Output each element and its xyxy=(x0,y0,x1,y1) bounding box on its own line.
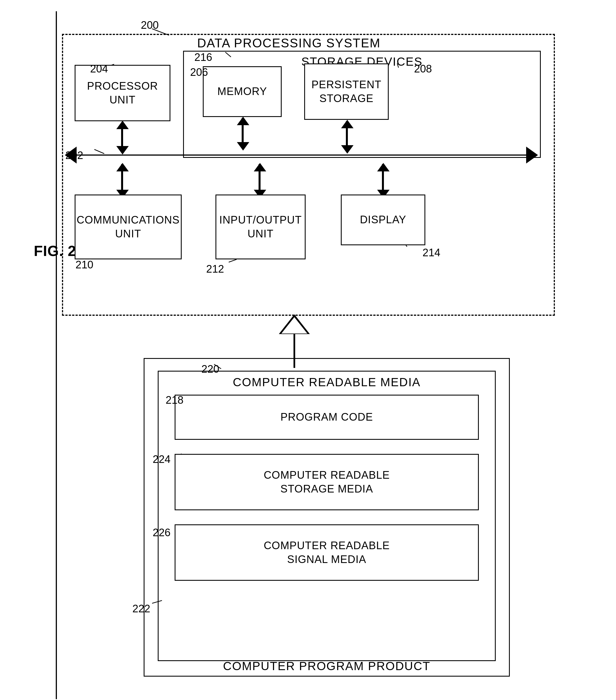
ref-208: 208 xyxy=(414,63,432,75)
arrow-down-memory xyxy=(237,142,249,151)
cr-signal-media-box: COMPUTER READABLE SIGNAL MEDIA xyxy=(175,524,479,581)
cpp-title: COMPUTER PROGRAM PRODUCT xyxy=(144,659,509,676)
va-display xyxy=(376,163,390,198)
ref-202: 202 xyxy=(65,149,83,162)
va-comm xyxy=(115,163,130,198)
ref-222: 222 xyxy=(132,603,150,615)
line-processor xyxy=(122,129,123,146)
persistent-storage-label: PERSISTENT STORAGE xyxy=(311,78,382,106)
io-unit-box: INPUT/OUTPUT UNIT xyxy=(216,195,306,259)
va-persistent xyxy=(340,120,354,154)
processor-unit-label: PROCESSOR UNIT xyxy=(87,79,158,107)
bus-arrow xyxy=(65,147,538,163)
ref-226: 226 xyxy=(153,527,170,539)
arrow-up-io xyxy=(254,163,266,172)
ref-206: 206 xyxy=(190,66,208,78)
display-box: DISPLAY xyxy=(341,195,425,245)
arrow-up-persistent xyxy=(341,120,354,128)
arrow-up-display xyxy=(377,163,389,172)
fig-label: FIG. 2 xyxy=(34,242,76,259)
line-persistent xyxy=(347,128,348,145)
arrow-down-persistent xyxy=(341,145,354,154)
ref-204: 204 xyxy=(90,63,108,75)
memory-box: MEMORY xyxy=(203,66,282,117)
ref-214: 214 xyxy=(423,247,440,259)
diagram-container: 200 DATA PROCESSING SYSTEM STORAGE DEVIC… xyxy=(34,11,583,688)
ref-216: 216 xyxy=(194,51,212,63)
big-arrowhead-container xyxy=(279,314,310,334)
display-label: DISPLAY xyxy=(360,213,407,227)
cr-storage-media-box: COMPUTER READABLE STORAGE MEDIA xyxy=(175,454,479,510)
arrow-up-comm xyxy=(116,163,129,172)
ref-210: 210 xyxy=(76,259,93,271)
persistent-storage-box: PERSISTENT STORAGE xyxy=(304,63,389,120)
big-arrowhead-inner xyxy=(281,317,307,334)
page-border-line xyxy=(56,11,57,699)
arrow-down-processor xyxy=(116,146,129,154)
va-processor xyxy=(115,121,130,154)
communications-unit-label: COMMUNICATIONS UNIT xyxy=(77,213,180,241)
cr-storage-media-label: COMPUTER READABLE STORAGE MEDIA xyxy=(264,468,390,496)
line-io xyxy=(259,172,260,190)
bus-line xyxy=(76,154,527,155)
line-display xyxy=(383,172,384,190)
ref-212: 212 xyxy=(206,263,224,275)
ref-218: 218 xyxy=(166,394,183,406)
arrow-right-head xyxy=(526,147,538,163)
arrow-up-processor xyxy=(116,121,129,129)
io-unit-label: INPUT/OUTPUT UNIT xyxy=(219,213,302,241)
ref-220: 220 xyxy=(201,363,219,375)
line-comm xyxy=(122,172,123,190)
ref-224: 224 xyxy=(153,453,170,465)
va-memory xyxy=(236,117,250,151)
ref-200: 200 xyxy=(141,19,158,31)
cr-signal-media-label: COMPUTER READABLE SIGNAL MEDIA xyxy=(264,539,390,567)
program-code-label: PROGRAM CODE xyxy=(281,410,373,424)
processor-unit-box: PROCESSOR UNIT xyxy=(75,65,170,121)
crm-title: COMPUTER READABLE MEDIA xyxy=(233,375,421,389)
memory-label: MEMORY xyxy=(217,85,267,98)
va-io xyxy=(253,163,267,198)
line-memory xyxy=(243,125,244,142)
arrow-up-memory xyxy=(237,117,249,125)
communications-unit-box: COMMUNICATIONS UNIT xyxy=(75,195,182,259)
program-code-box: PROGRAM CODE xyxy=(175,395,479,440)
